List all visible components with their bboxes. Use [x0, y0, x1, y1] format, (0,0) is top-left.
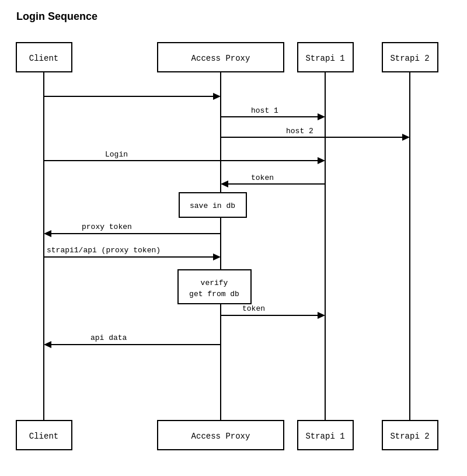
svg-rect-12 [298, 421, 353, 450]
svg-marker-49 [44, 341, 51, 348]
svg-text:api data: api data [90, 333, 127, 342]
svg-text:Strapi 2: Strapi 2 [390, 54, 429, 63]
svg-marker-26 [402, 134, 410, 141]
svg-text:Strapi 2: Strapi 2 [390, 432, 429, 441]
svg-text:save in db: save in db [190, 201, 235, 210]
svg-text:strapi1/api (proxy token): strapi1/api (proxy token) [47, 246, 161, 255]
svg-text:Access Proxy: Access Proxy [191, 54, 250, 63]
svg-text:token: token [242, 304, 265, 313]
svg-text:host 1: host 1 [251, 106, 278, 115]
svg-text:Access Proxy: Access Proxy [191, 432, 250, 441]
svg-text:token: token [251, 173, 274, 182]
svg-text:Client: Client [29, 432, 58, 441]
svg-marker-40 [213, 253, 221, 260]
svg-rect-2 [158, 43, 284, 72]
svg-rect-10 [158, 421, 284, 450]
sequence-diagram: Login Sequence Client Access Proxy Strap… [0, 0, 467, 476]
diagram-title: Login Sequence [16, 11, 97, 23]
svg-text:Strapi 1: Strapi 1 [305, 432, 344, 441]
svg-rect-34 [179, 193, 246, 217]
svg-text:Login: Login [105, 150, 128, 159]
svg-text:proxy token: proxy token [82, 223, 132, 231]
svg-text:host 2: host 2 [286, 127, 313, 135]
svg-rect-14 [382, 421, 438, 450]
svg-text:Strapi 1: Strapi 1 [305, 54, 344, 63]
svg-text:get from db: get from db [189, 290, 239, 298]
svg-rect-0 [16, 43, 72, 72]
svg-marker-32 [221, 180, 228, 187]
svg-text:Client: Client [29, 54, 58, 63]
svg-rect-4 [298, 43, 353, 72]
svg-marker-29 [318, 157, 325, 164]
svg-marker-21 [213, 93, 221, 100]
svg-rect-42 [178, 270, 251, 304]
svg-rect-8 [16, 421, 72, 450]
svg-marker-23 [318, 113, 325, 120]
svg-text:verify: verify [201, 279, 228, 287]
svg-rect-6 [382, 43, 438, 72]
svg-marker-46 [318, 312, 325, 319]
svg-marker-37 [44, 230, 51, 237]
